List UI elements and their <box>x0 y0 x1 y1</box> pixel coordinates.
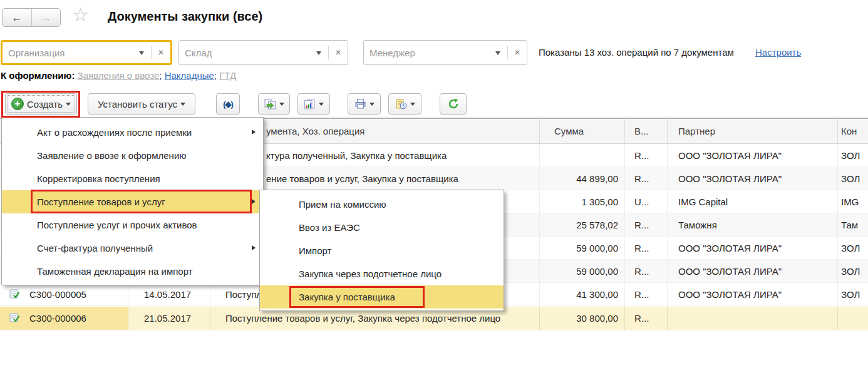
annotation-rect-submenu-item <box>289 286 425 308</box>
chevron-down-icon[interactable] <box>132 42 151 63</box>
set-status-button[interactable]: Установить статус <box>88 93 195 115</box>
print-button[interactable] <box>348 93 381 115</box>
sum-cell: 30 800,00 <box>530 307 618 330</box>
to-process-row: К оформлению: Заявления о ввозе; Накладн… <box>1 70 236 81</box>
sum-cell: 1 305,00 <box>530 190 618 213</box>
counterparty-cell: IMG <box>841 190 859 213</box>
menu-item-entry-application[interactable]: Заявление о ввозе к оформлению <box>2 144 263 167</box>
organization-placeholder: Организация <box>3 48 132 58</box>
menu-item-receipt-correction[interactable]: Корректировка поступления <box>2 167 263 190</box>
warehouse-placeholder: Склад <box>179 48 309 58</box>
sum-cell: 59 000,00 <box>530 237 618 260</box>
currency-cell: R... <box>634 237 649 260</box>
period-icon <box>223 99 233 109</box>
chevron-down-icon <box>180 103 185 108</box>
col-header-doc-type[interactable]: умента, Хоз. операция <box>266 119 364 143</box>
annotation-rect-menu-item <box>31 190 252 213</box>
warehouse-filter-combo[interactable]: Склад <box>178 40 348 65</box>
load-document-button[interactable] <box>258 93 290 115</box>
page-title: Документы закупки (все) <box>108 9 262 24</box>
link-entry-applications[interactable]: Заявления о ввозе <box>78 70 160 81</box>
sum-cell: 25 578,02 <box>530 213 618 237</box>
doc-type-cell: ение товаров и услуг, Закупка у поставщи… <box>266 167 458 190</box>
chevron-down-icon[interactable] <box>309 41 328 64</box>
counterparty-cell: Там <box>841 213 858 237</box>
partner-cell: ООО "ЗОЛОТАЯ ЛИРА" <box>678 237 782 260</box>
col-header-currency[interactable]: В... <box>634 119 649 143</box>
clear-icon[interactable] <box>508 48 527 57</box>
partner-cell: Таможня <box>678 213 717 237</box>
menu-item-services-receipt[interactable]: Поступление услуг и прочих активов <box>2 213 263 237</box>
period-button[interactable] <box>216 93 240 115</box>
counterparty-cell: ЗОЛ <box>841 260 860 283</box>
link-invoices[interactable]: Накладные <box>165 70 214 81</box>
sum-cell: 44 899,00 <box>530 167 618 190</box>
favorite-star-icon[interactable] <box>72 4 89 26</box>
document-check-icon <box>9 289 20 299</box>
refresh-button[interactable] <box>440 93 467 115</box>
currency-cell: R... <box>634 283 649 306</box>
counterparty-cell: ЗОЛ <box>841 167 860 190</box>
refresh-icon <box>448 98 459 110</box>
currency-cell: R... <box>634 144 649 167</box>
doc-date-cell: 14.05.2017 <box>144 283 191 306</box>
submenu-arrow-icon <box>252 130 256 135</box>
document-check-icon <box>9 313 20 323</box>
records-summary: Показаны 13 хоз. операций по 7 документа… <box>539 47 734 58</box>
col-header-partner[interactable]: Партнер <box>678 119 715 143</box>
doc-number-cell: С300-000005 <box>29 283 86 306</box>
manager-filter-combo[interactable]: Менеджер <box>363 40 527 65</box>
currency-cell: R... <box>634 213 649 237</box>
manager-placeholder: Менеджер <box>364 48 488 58</box>
sum-cell: 59 000,00 <box>530 260 618 283</box>
col-header-sum[interactable]: Сумма <box>554 119 584 143</box>
copy-arrow-icon <box>264 99 276 110</box>
configure-link[interactable]: Настроить <box>755 47 801 58</box>
currency-cell: R... <box>634 307 649 330</box>
submenu-item-import[interactable]: Импорт <box>260 239 504 262</box>
submenu-item-commission[interactable]: Прием на комиссию <box>260 193 504 216</box>
partner-cell: IMG Capital <box>678 190 728 213</box>
clear-icon[interactable] <box>329 48 348 57</box>
chart-document-icon <box>304 99 316 110</box>
to-process-label: К оформлению: <box>1 70 75 81</box>
chevron-down-icon <box>279 103 284 108</box>
purchase-documents-screen: Документы закупки (все) Организация Скла… <box>0 0 868 378</box>
reports-button[interactable] <box>297 93 330 115</box>
submenu-arrow-icon <box>252 199 256 204</box>
sum-cell: 41 300,00 <box>530 283 618 306</box>
currency-cell: U... <box>634 190 649 213</box>
currency-cell: R... <box>634 260 649 283</box>
doc-type-cell: ктура полученный, Закупка у поставщика <box>266 144 447 167</box>
chevron-down-icon[interactable] <box>488 41 507 64</box>
menu-item-discrepancy-act[interactable]: Акт о расхождениях после приемки <box>2 121 263 144</box>
back-button[interactable] <box>3 9 32 26</box>
partner-cell: ООО "ЗОЛОТАЯ ЛИРА" <box>678 260 782 283</box>
submenu-item-accountable-person[interactable]: Закупка через подотчетное лицо <box>260 262 504 285</box>
col-header-counterparty[interactable]: Кон <box>841 119 857 143</box>
chevron-down-icon <box>369 103 375 108</box>
partner-cell: ООО "ЗОЛОТАЯ ЛИРА" <box>678 167 782 190</box>
doc-type-cell: Поступл <box>225 283 262 306</box>
submenu-item-eaeu-import[interactable]: Ввоз из ЕАЭС <box>260 216 504 239</box>
chevron-down-icon <box>410 103 415 108</box>
currency-cell: R... <box>634 167 649 190</box>
organization-filter-combo[interactable]: Организация <box>1 40 172 65</box>
menu-item-invoice-received[interactable]: Счет-фактура полученный <box>2 237 263 260</box>
counterparty-cell: ЗОЛ <box>841 237 860 260</box>
annotation-rect-create <box>1 91 80 118</box>
scheduled-docs-button[interactable] <box>388 93 421 115</box>
clear-icon[interactable] <box>152 48 170 57</box>
doc-number-cell: С300-000006 <box>29 307 86 330</box>
partner-cell: ООО "ЗОЛОТАЯ ЛИРА" <box>678 283 782 306</box>
doc-date-cell: 21.05.2017 <box>144 307 191 330</box>
submenu-arrow-icon <box>252 245 256 250</box>
counterparty-cell: ЗОЛ <box>841 283 860 306</box>
forward-button[interactable] <box>32 9 61 26</box>
menu-item-customs-declaration[interactable]: Таможенная декларация на импорт <box>2 260 263 283</box>
printer-icon <box>354 99 366 110</box>
nav-button-group <box>2 8 61 27</box>
document-clock-icon <box>395 99 407 110</box>
link-gtd[interactable]: ГТД <box>219 70 236 81</box>
chevron-down-icon <box>319 103 324 108</box>
